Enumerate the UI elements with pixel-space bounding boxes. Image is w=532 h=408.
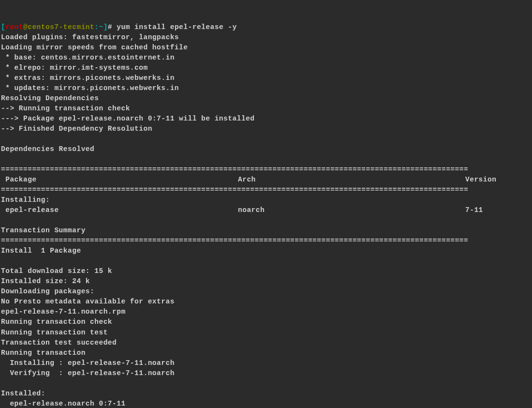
header-package: Package: [1, 175, 238, 185]
output-line: --> Finished Dependency Resolution: [1, 125, 152, 133]
prompt-user: root: [5, 23, 23, 31]
output-line: Downloading packages:: [1, 287, 94, 295]
output-line: Transaction test succeeded: [1, 339, 117, 347]
output-line: Total download size: 15 k: [1, 267, 112, 275]
output-line: Running transaction check: [1, 318, 112, 326]
output-line: Loaded plugins: fastestmirror, langpacks: [1, 33, 179, 41]
bracket-open: [: [1, 23, 5, 31]
output-line: Verifying : epel-release-7-11.noarch: [1, 369, 175, 377]
output-line: * elrepo: mirror.imt-systems.com: [1, 64, 148, 72]
output-line: Installing:: [1, 196, 50, 204]
output-line: Dependencies Resolved: [1, 145, 94, 153]
prompt-hash: #: [108, 23, 117, 31]
output-line: Installing : epel-release-7-11.noarch: [1, 359, 175, 367]
prompt-line-1: [root@centos7-tecmint:~]# yum install ep…: [1, 23, 237, 31]
command-text: yum install epel-release -y: [117, 23, 236, 31]
terminal-output: [root@centos7-tecmint:~]# yum install ep…: [1, 22, 531, 408]
prompt-host: centos7-tecmint: [28, 23, 94, 31]
output-line: Loading mirror speeds from cached hostfi…: [1, 44, 188, 51]
header-arch: Arch: [238, 175, 465, 185]
output-line: epel-release-7-11.noarch.rpm: [1, 308, 126, 316]
output-line: ---> Package epel-release.noarch 0:7-11 …: [1, 115, 254, 122]
prompt-at: @: [23, 23, 28, 31]
pkg-name: epel-release: [1, 205, 238, 215]
pkg-version: 7-11: [465, 206, 483, 214]
output-line: Install 1 Package: [1, 247, 81, 255]
divider-line: ========================================…: [1, 166, 468, 173]
header-version: Version: [465, 176, 496, 183]
pkg-arch: noarch: [238, 205, 465, 215]
divider-line: ========================================…: [1, 186, 468, 194]
output-line: No Presto metadata available for extras: [1, 298, 175, 305]
output-line: * extras: mirrors.piconets.webwerks.in: [1, 74, 175, 82]
prompt-tilde: ~: [99, 23, 103, 31]
output-line: --> Running transaction check: [1, 105, 130, 112]
bracket-close: ]: [103, 23, 108, 31]
table-header: PackageArchVersion: [1, 176, 496, 183]
output-line: Running transaction test: [1, 329, 108, 336]
output-line: Installed size: 24 k: [1, 277, 90, 285]
output-line: Running transaction: [1, 349, 86, 357]
output-line: * updates: mirrors.piconets.webwerks.in: [1, 84, 179, 92]
output-line: Transaction Summary: [1, 227, 86, 234]
table-row: epel-releasenoarch7-11: [1, 206, 483, 214]
output-line: Resolving Dependencies: [1, 94, 99, 102]
output-line: epel-release.noarch 0:7-11: [1, 400, 126, 408]
output-line: * base: centos.mirrors.estointernet.in: [1, 54, 175, 61]
divider-line: ========================================…: [1, 237, 468, 244]
output-line: Installed:: [1, 390, 45, 397]
